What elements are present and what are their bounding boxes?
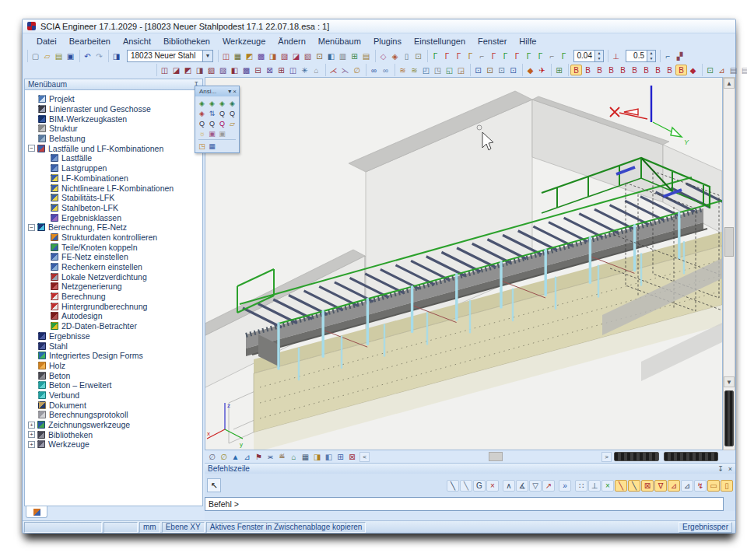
menu-item-einstellungen[interactable]: Einstellungen	[408, 35, 472, 47]
secondary-tool-icon[interactable]: ⊡	[484, 65, 496, 75]
tree-item-beton[interactable]: Beton	[25, 370, 202, 380]
secondary-tool-icon[interactable]: ◆	[524, 65, 536, 75]
secondary-tool-icon[interactable]: ▤	[728, 65, 739, 75]
snap-toggle-icon[interactable]: ×	[601, 480, 614, 492]
activity-tool-icon[interactable]: ◧	[325, 51, 337, 61]
hscroll-thumb[interactable]	[489, 452, 503, 461]
snap-toggle-icon[interactable]: ▽	[529, 480, 542, 492]
secondary-tool-icon[interactable]: B	[664, 65, 675, 75]
spinner-arrows[interactable]: ▲▼	[594, 51, 603, 61]
activity-tool-icon[interactable]: ▨	[279, 51, 290, 61]
status-unit[interactable]: mm	[139, 522, 160, 533]
expand-icon[interactable]: +	[28, 441, 35, 448]
chevron-down-icon[interactable]: ▾	[228, 88, 231, 95]
spinner-arrows[interactable]: ▲▼	[647, 51, 655, 61]
commandline-header[interactable]: Befehlszeile ↧ ×	[205, 463, 735, 474]
secondary-tool-icon[interactable]: ⊡	[507, 65, 519, 75]
scroll-left-icon[interactable]: <	[359, 452, 370, 462]
activity-tool-icon[interactable]: ▩	[255, 51, 267, 61]
snap-toggle-icon[interactable]: ⊿	[668, 480, 680, 492]
secondary-tool-icon[interactable]: ≋	[397, 65, 409, 75]
secondary-tool-icon[interactable]: B	[582, 65, 594, 75]
secondary-tool-icon[interactable]: B	[652, 65, 664, 75]
menu-item-ändern[interactable]: Ändern	[272, 35, 311, 47]
viewport-3d[interactable]: Y z x y	[205, 77, 723, 450]
tree-item-nichtlineare-lf-kombinationen[interactable]: Nichtlineare LF-Kombinationen	[25, 183, 202, 193]
file-tool-icon[interactable]: ▢	[30, 51, 41, 61]
view-tool-icon[interactable]: ◈	[227, 98, 237, 108]
geometry-tool-icon[interactable]: Γ	[430, 51, 441, 61]
activity-tool-icon[interactable]: ◩	[244, 51, 255, 61]
menu-item-bibliotheken[interactable]: Bibliotheken	[157, 35, 216, 47]
secondary-tool-icon[interactable]: B	[570, 65, 582, 75]
secondary-tool-icon[interactable]: ⊿	[716, 65, 728, 75]
collapse-icon[interactable]: −	[28, 145, 35, 152]
snap-toggle-icon[interactable]: ↗	[542, 480, 555, 492]
viewport-vscrollbar[interactable]: ▲ ▼	[723, 77, 735, 450]
view-mode-icon[interactable]: ⚑	[253, 451, 265, 462]
view-mode-icon[interactable]: ◧	[323, 451, 335, 462]
scale-tool-icon[interactable]: ⌐	[662, 51, 674, 61]
secondary-tool-icon[interactable]: ⋋	[339, 65, 351, 75]
view-tool-icon[interactable]: Q	[217, 118, 227, 128]
secondary-tool-icon[interactable]: ✈	[536, 65, 548, 75]
view-tool-icon[interactable]: Q	[217, 108, 227, 118]
tree-item-zeichnungswerkzeuge[interactable]: +Zeichnungswerkzeuge	[25, 420, 202, 430]
view-tool-icon[interactable]: ▣	[207, 128, 217, 138]
secondary-tool-icon[interactable]: ⌂	[310, 65, 322, 75]
secondary-tool-icon[interactable]: ⊟	[252, 65, 264, 75]
sidebar-header[interactable]: Menübaum ↧	[24, 79, 203, 90]
snap-toggle-icon[interactable]: »	[559, 480, 571, 492]
view-mode-icon[interactable]: ≍	[265, 451, 276, 462]
snap-toggle-icon[interactable]: ▭	[707, 480, 720, 492]
view-mode-icon[interactable]: ⊠	[346, 451, 358, 462]
close-icon[interactable]: ×	[233, 88, 237, 95]
snap-toggle-icon[interactable]: ╲	[628, 480, 640, 492]
tree-item-autodesign[interactable]: Autodesign	[25, 311, 202, 321]
snap-toggle-icon[interactable]: ⊥	[588, 480, 601, 492]
secondary-tool-icon[interactable]: ∅	[351, 65, 363, 75]
activity-tool-icon[interactable]: ▯	[401, 51, 412, 61]
tree-item-werkzeuge[interactable]: +Werkzeuge	[25, 439, 202, 450]
geometry-tool-icon[interactable]: Γ	[453, 51, 465, 61]
view-tool-icon[interactable]: ☼	[197, 128, 207, 138]
tree-item-stahlbeton-lfk[interactable]: Stahlbeton-LFK	[25, 203, 202, 213]
snap-toggle-icon[interactable]: ∧	[503, 480, 515, 492]
secondary-tool-icon[interactable]: ◫	[159, 65, 170, 75]
secondary-tool-icon[interactable]: B	[629, 65, 640, 75]
secondary-tool-icon[interactable]: ◫	[287, 65, 299, 75]
view-mode-icon[interactable]: ∅	[218, 451, 230, 462]
menu-item-plugins[interactable]: Plugins	[367, 35, 408, 47]
view-tool-icon[interactable]: Q	[227, 108, 237, 118]
tree-item-struktur[interactable]: Struktur	[25, 124, 202, 134]
tree-item-strukturdaten-kontrollieren[interactable]: Strukturdaten kontrollieren	[25, 233, 202, 243]
status-plane[interactable]: Ebene XY	[162, 522, 205, 533]
geometry-tool-icon[interactable]: ⌐	[476, 51, 488, 61]
snap-toggle-icon[interactable]: ×	[486, 480, 499, 492]
tree-item-bibliotheken[interactable]: +Bibliotheken	[25, 429, 202, 439]
secondary-tool-icon[interactable]: B	[640, 65, 652, 75]
vscroll-thumb[interactable]	[724, 227, 734, 257]
geometry-tool-icon[interactable]: Γ	[465, 51, 476, 61]
activity-tool-icon[interactable]: ◪	[290, 51, 302, 61]
geometry-tool-icon[interactable]: Γ	[535, 51, 546, 61]
snap-toggle-icon[interactable]: ↯	[694, 480, 707, 492]
secondary-tool-icon[interactable]: ⊡	[704, 65, 716, 75]
secondary-tool-icon[interactable]: ✳	[299, 65, 310, 75]
menu-item-menübaum[interactable]: Menübaum	[312, 35, 367, 47]
scroll-down-icon[interactable]: ▼	[724, 376, 735, 387]
secondary-tool-icon[interactable]: ◧	[229, 65, 240, 75]
snap-toggle-icon[interactable]: ╲	[460, 480, 472, 492]
dark-hscroll-thumb-2[interactable]	[664, 452, 718, 461]
expand-icon[interactable]: +	[28, 422, 35, 429]
activity-tool-icon[interactable]: ◫	[220, 51, 232, 61]
cursor-tool-button[interactable]: ↖	[207, 478, 221, 492]
secondary-tool-icon[interactable]: ⋌	[328, 65, 339, 75]
scroll-right-icon[interactable]: >	[601, 452, 612, 462]
activity-tool-icon[interactable]: ⊞	[349, 51, 360, 61]
secondary-tool-icon[interactable]: ⊠	[264, 65, 275, 75]
tree-item-integriertes-design-forms[interactable]: Integriertes Design Forms	[25, 351, 202, 361]
file-tool-icon[interactable]: ▤	[53, 51, 65, 61]
dimension-scale-spinner[interactable]: 0.04 ▲▼	[573, 50, 604, 62]
secondary-tool-icon[interactable]: ◪	[170, 65, 182, 75]
